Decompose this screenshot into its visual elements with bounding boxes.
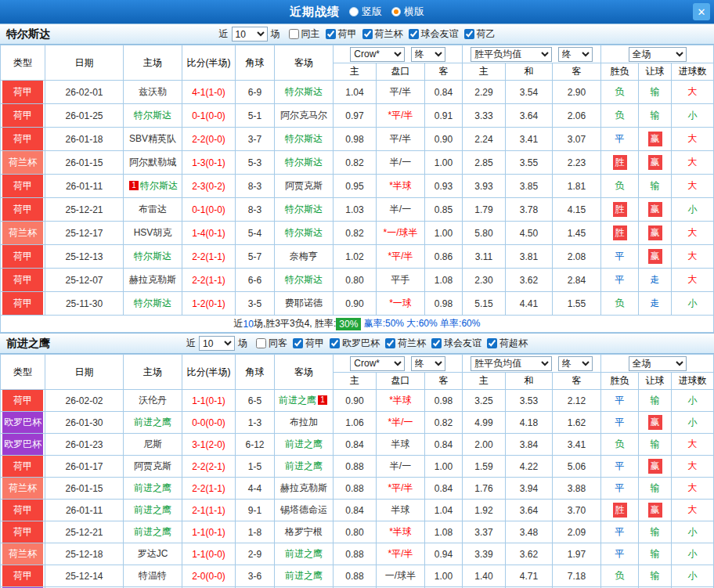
wdl-result-cell: 负 bbox=[601, 292, 639, 316]
filter-checkbox[interactable]: 欧罗巴杯 bbox=[330, 337, 380, 350]
handicap-away-odds: 1.00 bbox=[425, 151, 463, 175]
stage-select[interactable]: 终 bbox=[558, 356, 593, 371]
wdl-result: 负 bbox=[615, 298, 625, 308]
full-match-select[interactable]: 全场 bbox=[629, 47, 687, 62]
handicap-cell: 一/球半 bbox=[377, 565, 425, 587]
checkbox-input[interactable] bbox=[385, 338, 395, 348]
avg-draw-odds: 3.81 bbox=[506, 245, 553, 269]
checkbox-input[interactable] bbox=[362, 29, 373, 39]
handicap-home-odds: 0.82 bbox=[334, 222, 377, 245]
checkbox-label: 球会友谊 bbox=[444, 337, 481, 350]
away-team-cell: 特尔斯达 bbox=[275, 151, 334, 175]
league-badge: 荷甲 bbox=[2, 128, 43, 150]
home-team-cell: 罗达JC bbox=[124, 543, 182, 565]
checkbox-input[interactable] bbox=[289, 29, 299, 39]
handicap-result: 输 bbox=[651, 438, 660, 449]
wdl-result-cell: 平 bbox=[601, 390, 639, 412]
match-row: 荷甲26-01-17阿贾克斯2-2(2-1)1-5前进之鹰0.88半/一1.00… bbox=[1, 456, 714, 478]
stage-select[interactable]: 终 bbox=[411, 356, 445, 371]
matches-label: 场 bbox=[271, 27, 280, 41]
avg-odds-select[interactable]: 胜平负均值 bbox=[471, 356, 552, 371]
col-handicap-away: 客 bbox=[425, 63, 463, 81]
team-name-text: 尼斯 bbox=[143, 438, 162, 449]
corner-cell: 5-3 bbox=[236, 151, 275, 175]
bookmaker-select[interactable]: Crow* bbox=[350, 356, 405, 371]
stage-select[interactable]: 终 bbox=[558, 47, 593, 62]
filter-checkbox[interactable]: 荷兰杯 bbox=[362, 27, 403, 41]
avg-draw-odds: 3.41 bbox=[506, 128, 553, 151]
avg-home-odds: 2.24 bbox=[463, 128, 506, 151]
filter-checkbox[interactable]: 同主 bbox=[289, 27, 320, 41]
match-row: 荷兰杯25-12-18罗达JC1-1(0-0)2-9前进之鹰0.88*平/半0.… bbox=[1, 543, 714, 565]
checkbox-input[interactable] bbox=[293, 338, 303, 348]
checkbox-input[interactable] bbox=[487, 338, 497, 348]
bookmaker-select[interactable]: Crow* bbox=[350, 47, 405, 62]
filter-checkbox[interactable]: 同客 bbox=[256, 337, 287, 350]
handicap-cell: 平/半 bbox=[377, 128, 425, 151]
handicap-result: 输 bbox=[651, 548, 660, 559]
filter-checkbox[interactable]: 球会友谊 bbox=[409, 27, 459, 41]
avg-away-odds: 4.15 bbox=[553, 198, 601, 222]
avg-odds-select[interactable]: 胜平负均值 bbox=[471, 47, 552, 62]
filter-checkbox[interactable]: 球会友谊 bbox=[431, 337, 481, 350]
checkbox-input[interactable] bbox=[256, 338, 266, 348]
handicap-result: 输 bbox=[651, 482, 660, 493]
handicap-home-odds: 0.97 bbox=[334, 104, 377, 128]
filter-checkbox[interactable]: 荷甲 bbox=[326, 27, 357, 41]
avg-home-odds: 2.30 bbox=[463, 269, 506, 292]
wdl-result: 平 bbox=[615, 133, 625, 144]
checkbox-input[interactable] bbox=[464, 29, 474, 39]
red-card-badge: 1 bbox=[129, 181, 139, 190]
corner-cell: 4-4 bbox=[236, 478, 275, 500]
handicap-result-cell: 赢 bbox=[639, 456, 672, 478]
handicap-home-odds: 0.98 bbox=[334, 128, 377, 151]
avg-home-odds: 3.11 bbox=[463, 245, 506, 269]
score-cell: 1-2(0-1) bbox=[182, 292, 236, 316]
handicap-result: 输 bbox=[651, 110, 660, 121]
handicap-result: 输 bbox=[651, 86, 660, 97]
team-name-text: 费耶诺德 bbox=[285, 298, 323, 308]
layout-radio-horizontal[interactable]: 横版 bbox=[391, 5, 424, 19]
filter-checkbox[interactable]: 荷乙 bbox=[464, 27, 496, 41]
full-match-select[interactable]: 全场 bbox=[629, 356, 687, 371]
wdl-result: 平 bbox=[615, 548, 625, 559]
filter-checkbox[interactable]: 荷兰杯 bbox=[385, 337, 426, 350]
home-team-cell: 1特尔斯达 bbox=[124, 175, 182, 198]
wdl-result: 平 bbox=[615, 526, 625, 537]
handicap-result: 赢 bbox=[648, 225, 662, 240]
overunder-result: 大 bbox=[688, 460, 698, 471]
league-cell: 欧罗巴杯 bbox=[1, 412, 45, 434]
score-cell: 1-1(0-0) bbox=[182, 543, 236, 565]
match-count-select[interactable]: 10 bbox=[199, 336, 235, 351]
col-type: 类型 bbox=[1, 355, 45, 390]
avg-draw-odds: 3.64 bbox=[506, 104, 553, 128]
checkbox-input[interactable] bbox=[409, 29, 419, 39]
home-team-cell: 布雷达 bbox=[124, 198, 182, 222]
handicap-cell: 平手 bbox=[377, 269, 425, 292]
handicap-result: 走 bbox=[651, 298, 660, 308]
match-count-select[interactable]: 10 bbox=[232, 27, 268, 41]
layout-radio-vertical[interactable]: 竖版 bbox=[349, 5, 382, 19]
wdl-result: 平 bbox=[615, 274, 625, 285]
home-team-cell: 赫拉克勒斯 bbox=[124, 269, 182, 292]
col-avg-draw: 和 bbox=[506, 373, 553, 390]
handicap-result-cell: 走 bbox=[639, 269, 672, 292]
handicap-away-odds: 0.84 bbox=[425, 478, 463, 500]
stage-select[interactable]: 终 bbox=[411, 47, 445, 62]
overunder-result: 小 bbox=[688, 570, 698, 581]
home-team-cell: 沃伦丹 bbox=[124, 390, 182, 412]
league-cell: 荷甲 bbox=[1, 104, 45, 128]
checkbox-input[interactable] bbox=[431, 338, 442, 348]
team-name-text: 特尔斯达 bbox=[285, 86, 323, 97]
league-cell: 荷甲 bbox=[1, 390, 45, 412]
filter-checkbox[interactable]: 荷甲 bbox=[293, 337, 324, 350]
home-team-cell: 前进之鹰 bbox=[124, 521, 182, 543]
overunder-result: 大 bbox=[688, 438, 698, 449]
handicap-cell: 半/一 bbox=[377, 456, 425, 478]
corner-cell: 5-7 bbox=[236, 245, 275, 269]
checkbox-input[interactable] bbox=[330, 338, 340, 348]
checkbox-input[interactable] bbox=[326, 29, 336, 39]
close-button[interactable]: ✕ bbox=[693, 3, 710, 20]
checkbox-label: 球会友谊 bbox=[421, 27, 459, 41]
filter-checkbox[interactable]: 荷超杯 bbox=[487, 337, 528, 350]
